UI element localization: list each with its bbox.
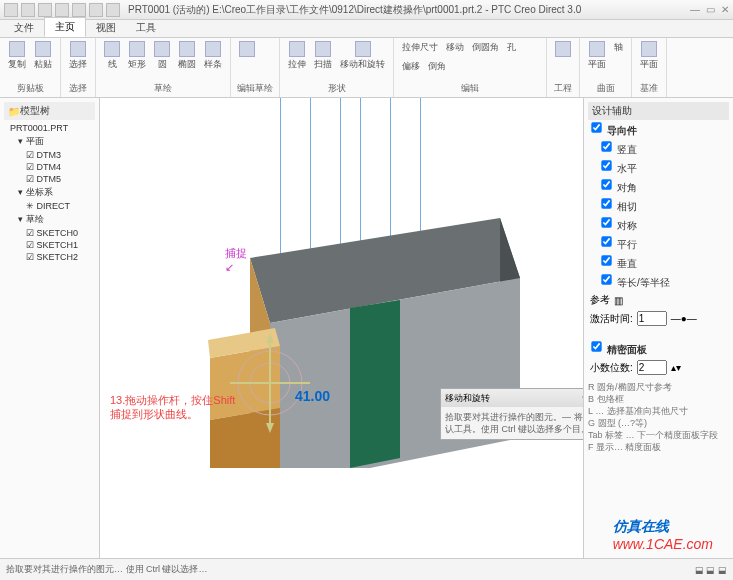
parallel-checkbox[interactable]: 平行 xyxy=(598,234,729,253)
ref-picker-icon[interactable]: ▥ xyxy=(614,295,623,306)
maximize-icon[interactable]: ▭ xyxy=(706,4,715,15)
plane-button[interactable]: 平面 xyxy=(586,40,608,72)
qat-open-icon[interactable] xyxy=(21,3,35,17)
equal-checkbox[interactable]: 等长/等半径 xyxy=(598,272,729,291)
close-icon[interactable]: ✕ xyxy=(721,4,729,15)
move-rotate-button[interactable]: 移动和旋转 xyxy=(338,40,387,72)
minimize-icon[interactable]: — xyxy=(690,4,700,15)
sweep-button[interactable]: 扫描 xyxy=(312,40,334,72)
group-label: 草绘 xyxy=(102,82,224,95)
ribbon-group-shape: 拉伸 扫描 移动和旋转 形状 xyxy=(280,38,394,97)
qat-refresh-icon[interactable] xyxy=(89,3,103,17)
tree-sketch2[interactable]: ☑ SKETCH2 xyxy=(4,251,95,263)
ellipse-button[interactable]: 椭圆 xyxy=(176,40,198,72)
plane-icon xyxy=(589,41,605,57)
activate-input[interactable] xyxy=(637,311,667,326)
ribbon-group-select: 选择 选择 xyxy=(61,38,96,97)
tab-home[interactable]: 主页 xyxy=(44,17,86,37)
axis-button[interactable]: 轴 xyxy=(612,40,625,55)
offset-button[interactable]: 偏移 xyxy=(400,59,422,74)
paste-icon xyxy=(35,41,51,57)
qat-save-icon[interactable] xyxy=(38,3,52,17)
qat-windows-icon[interactable] xyxy=(106,3,120,17)
tree-dtm5[interactable]: ☑ DTM5 xyxy=(4,173,95,185)
tree-coord[interactable]: ▾ 坐标系 xyxy=(4,185,95,200)
hole-button[interactable]: 孔 xyxy=(505,40,518,55)
model-tree[interactable]: PRT0001.PRT ▾ 平面 ☑ DTM3 ☑ DTM4 ☑ DTM5 ▾ … xyxy=(4,122,95,263)
move-button[interactable]: 移动 xyxy=(444,40,466,55)
qat-new-icon[interactable] xyxy=(4,3,18,17)
title-bar: PRT0001 (活动的) E:\Creo工作目录\工作文件\0912\Dire… xyxy=(0,0,733,20)
graphics-canvas[interactable]: 捕捉 ↙ 41.00 13.拖动操作杆，按住Shift 捕捉到形状曲线。 移动和… xyxy=(100,98,583,558)
panel-header[interactable]: 移动和旋转 ⟲ ↔ ▴▾ xyxy=(441,389,583,407)
rect-button[interactable]: 矩形 xyxy=(126,40,148,72)
status-icons[interactable]: ⬓ ⬓ ⬓ xyxy=(695,565,727,575)
spinner-icon[interactable]: ▴▾ xyxy=(671,362,681,373)
panel-title: 设计辅助 xyxy=(588,102,729,120)
capture-arrow-icon: ↙ xyxy=(225,261,234,273)
extrude-dim-button[interactable]: 拉伸尺寸 xyxy=(400,40,440,55)
round-button[interactable]: 倒圆角 xyxy=(470,40,501,55)
group-label: 工程 xyxy=(553,82,573,95)
vert-checkbox[interactable]: 竖直 xyxy=(598,139,729,158)
decimals-input[interactable] xyxy=(637,360,667,375)
extrude-icon xyxy=(289,41,305,57)
move-rotate-panel[interactable]: 移动和旋转 ⟲ ↔ ▴▾ 拾取要对其进行操作的图元。— 将激活默 认工具。使用 … xyxy=(440,388,583,440)
chamfer-button[interactable]: 倒角 xyxy=(426,59,448,74)
sweep-icon xyxy=(315,41,331,57)
line-button[interactable]: 线 xyxy=(102,40,122,72)
window-controls: — ▭ ✕ xyxy=(690,4,729,15)
spline-icon xyxy=(205,41,221,57)
edit-sketch-button[interactable] xyxy=(237,40,257,59)
ref-row: 参考 ▥ xyxy=(588,291,729,309)
tab-view[interactable]: 视图 xyxy=(86,19,126,37)
circle-button[interactable]: 圆 xyxy=(152,40,172,72)
copy-icon xyxy=(9,41,25,57)
tree-sketches[interactable]: ▾ 草绘 xyxy=(4,212,95,227)
ribbon: 复制 粘贴 剪贴板 选择 选择 线 矩形 圆 椭圆 样条 草绘 编辑草绘 拉伸 … xyxy=(0,38,733,98)
design-assist-panel: 设计辅助 导向件 竖直 水平 对角 相切 对称 平行 垂直 等长/等半径 参考 … xyxy=(583,98,733,558)
paste-button[interactable]: 粘贴 xyxy=(32,40,54,72)
diag-checkbox[interactable]: 对角 xyxy=(598,177,729,196)
tree-direct[interactable]: ✳ DIRECT xyxy=(4,200,95,212)
svg-marker-4 xyxy=(350,300,400,468)
move-rotate-icon xyxy=(355,41,371,57)
tree-root[interactable]: PRT0001.PRT xyxy=(4,122,95,134)
panel-tool-icon[interactable]: ⟲ xyxy=(582,393,583,403)
tab-tools[interactable]: 工具 xyxy=(126,19,166,37)
select-button[interactable]: 选择 xyxy=(67,40,89,72)
tree-sketch1[interactable]: ☑ SKETCH1 xyxy=(4,239,95,251)
slider-icon[interactable]: —●— xyxy=(671,313,697,324)
model-tree-panel: 📁 模型树 PRT0001.PRT ▾ 平面 ☑ DTM3 ☑ DTM4 ☑ D… xyxy=(0,98,100,558)
precision-checkbox[interactable]: 精密面板 xyxy=(588,339,729,358)
capture-label: 捕捉 ↙ xyxy=(225,246,247,274)
tree-dtm4[interactable]: ☑ DTM4 xyxy=(4,161,95,173)
spline-button[interactable]: 样条 xyxy=(202,40,224,72)
perp-checkbox[interactable]: 垂直 xyxy=(598,253,729,272)
qat-redo-icon[interactable] xyxy=(72,3,86,17)
status-bar: 拾取要对其进行操作的图元… 使用 Ctrl 键以选择… ⬓ ⬓ ⬓ xyxy=(0,558,733,580)
tree-dtm3[interactable]: ☑ DTM3 xyxy=(4,149,95,161)
eng-button[interactable] xyxy=(553,40,573,59)
guide-checkbox[interactable]: 导向件 xyxy=(588,120,729,139)
copy-button[interactable]: 复制 xyxy=(6,40,28,72)
panel-title: 移动和旋转 xyxy=(445,392,490,405)
qat-undo-icon[interactable] xyxy=(55,3,69,17)
edit-sketch-icon xyxy=(239,41,255,57)
extrude-button[interactable]: 拉伸 xyxy=(286,40,308,72)
plane2-icon xyxy=(641,41,657,57)
window-title: PRT0001 (活动的) E:\Creo工作目录\工作文件\0912\Dire… xyxy=(120,3,690,17)
workspace: 📁 模型树 PRT0001.PRT ▾ 平面 ☑ DTM3 ☑ DTM4 ☑ D… xyxy=(0,98,733,558)
tab-file[interactable]: 文件 xyxy=(4,19,44,37)
horiz-checkbox[interactable]: 水平 xyxy=(598,158,729,177)
tree-datum[interactable]: ▾ 平面 xyxy=(4,134,95,149)
plane2-button[interactable]: 平面 xyxy=(638,40,660,72)
rect-icon xyxy=(129,41,145,57)
select-icon xyxy=(70,41,86,57)
ribbon-group-clipboard: 复制 粘贴 剪贴板 xyxy=(0,38,61,97)
sym-checkbox[interactable]: 对称 xyxy=(598,215,729,234)
tangent-checkbox[interactable]: 相切 xyxy=(598,196,729,215)
group-label: 曲面 xyxy=(586,82,625,95)
dimension-value[interactable]: 41.00 xyxy=(295,388,330,404)
tree-sketch0[interactable]: ☑ SKETCH0 xyxy=(4,227,95,239)
